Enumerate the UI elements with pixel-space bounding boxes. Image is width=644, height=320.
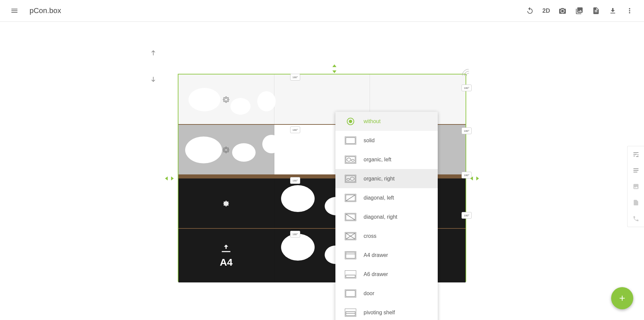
page-icon xyxy=(628,195,644,211)
gear-icon[interactable] xyxy=(222,199,230,208)
radio-selected-icon xyxy=(347,118,354,125)
svg-line-10 xyxy=(346,214,355,220)
canvas[interactable]: A4 180° 180° 180° 180° 180° 180° 180° 18… xyxy=(0,22,644,320)
flip-badge[interactable]: 180° xyxy=(290,177,300,184)
option-label: A4 drawer xyxy=(364,252,388,258)
flip-badge[interactable]: 180° xyxy=(290,231,300,237)
svg-point-5 xyxy=(350,177,354,180)
option-label: diagonal, right xyxy=(364,214,397,220)
nav-arrows xyxy=(149,49,157,84)
option-label: door xyxy=(364,290,374,297)
svg-rect-14 xyxy=(346,252,355,258)
document-icon[interactable] xyxy=(592,6,600,15)
front-option-cross[interactable]: cross xyxy=(335,226,438,246)
option-label: A6 drawer xyxy=(364,271,388,277)
option-label: without xyxy=(364,118,381,124)
svg-point-3 xyxy=(352,159,354,161)
front-option-door[interactable]: door xyxy=(335,284,438,303)
list-icon[interactable] xyxy=(628,162,644,178)
option-thumb xyxy=(345,270,356,278)
option-thumb xyxy=(345,194,356,202)
app-header: pCon.box 2D xyxy=(0,0,644,22)
shelf-cell[interactable] xyxy=(178,178,274,229)
option-thumb xyxy=(345,213,356,221)
front-type-menu: withoutsolidorganic, leftorganic, rightd… xyxy=(335,112,438,320)
view-mode-toggle[interactable]: 2D xyxy=(542,7,550,14)
flip-badge[interactable]: 180° xyxy=(462,85,472,91)
phone-icon xyxy=(628,211,644,227)
front-option-a4_drawer[interactable]: A4 drawer xyxy=(335,246,438,265)
flip-badge[interactable]: 180° xyxy=(290,126,300,133)
gear-icon[interactable] xyxy=(222,146,230,154)
front-option-diagonal_left[interactable]: diagonal, left xyxy=(335,188,438,207)
tune-icon[interactable] xyxy=(628,146,644,162)
shelf-cell[interactable]: A4 xyxy=(178,229,274,282)
svg-point-6 xyxy=(347,178,350,180)
flip-badge[interactable]: 180° xyxy=(462,212,472,219)
front-option-organic_left[interactable]: organic, left xyxy=(335,150,438,169)
option-thumb xyxy=(345,289,356,298)
shelf-cell[interactable] xyxy=(178,74,274,125)
option-thumb xyxy=(345,175,356,183)
flip-badge[interactable]: 180° xyxy=(290,74,300,81)
option-label: cross xyxy=(364,233,376,239)
add-button[interactable] xyxy=(611,287,633,309)
front-option-diagonal_right[interactable]: diagonal, right xyxy=(335,207,438,226)
a4-drawer-indicator: A4 xyxy=(219,244,233,268)
option-thumb xyxy=(345,251,356,259)
option-label: pivoting shelf xyxy=(364,310,395,316)
option-thumb xyxy=(345,137,356,145)
option-label: organic, left xyxy=(364,157,391,163)
svg-line-8 xyxy=(346,195,355,201)
download-icon[interactable] xyxy=(608,6,617,15)
svg-rect-17 xyxy=(346,290,355,297)
camera-icon[interactable] xyxy=(558,6,567,15)
resize-handle-top[interactable] xyxy=(331,64,338,73)
option-label: organic, right xyxy=(364,176,395,182)
svg-rect-16 xyxy=(346,275,355,277)
gallery-icon[interactable] xyxy=(575,6,584,15)
front-option-without[interactable]: without xyxy=(335,112,438,131)
image-icon xyxy=(628,178,644,195)
flip-badge[interactable]: 180° xyxy=(462,127,472,134)
option-thumb xyxy=(345,156,356,164)
front-option-a6_drawer[interactable]: A6 drawer xyxy=(335,265,438,284)
app-title: pCon.box xyxy=(30,6,61,15)
front-option-solid[interactable]: solid xyxy=(335,131,438,150)
option-thumb xyxy=(345,232,356,240)
fan-handle[interactable] xyxy=(462,69,472,76)
rotate-handle-right[interactable] xyxy=(470,175,479,182)
svg-rect-0 xyxy=(346,138,355,144)
front-option-organic_right[interactable]: organic, right xyxy=(335,169,438,188)
svg-point-2 xyxy=(347,158,351,161)
front-option-pivoting_shelf[interactable]: pivoting shelf xyxy=(335,303,438,320)
menu-icon[interactable] xyxy=(10,6,19,15)
option-label: solid xyxy=(364,138,375,144)
up-arrow-icon[interactable] xyxy=(149,49,157,57)
rotate-handle-left[interactable] xyxy=(165,175,174,182)
undo-icon[interactable] xyxy=(526,6,534,15)
option-thumb xyxy=(345,309,356,317)
down-arrow-icon[interactable] xyxy=(149,75,157,84)
more-icon[interactable] xyxy=(625,6,634,15)
svg-rect-18 xyxy=(346,312,355,316)
shelf-cell[interactable] xyxy=(178,125,274,175)
side-rail xyxy=(627,146,644,227)
gear-icon[interactable] xyxy=(222,95,230,104)
option-label: diagonal, left xyxy=(364,195,394,201)
